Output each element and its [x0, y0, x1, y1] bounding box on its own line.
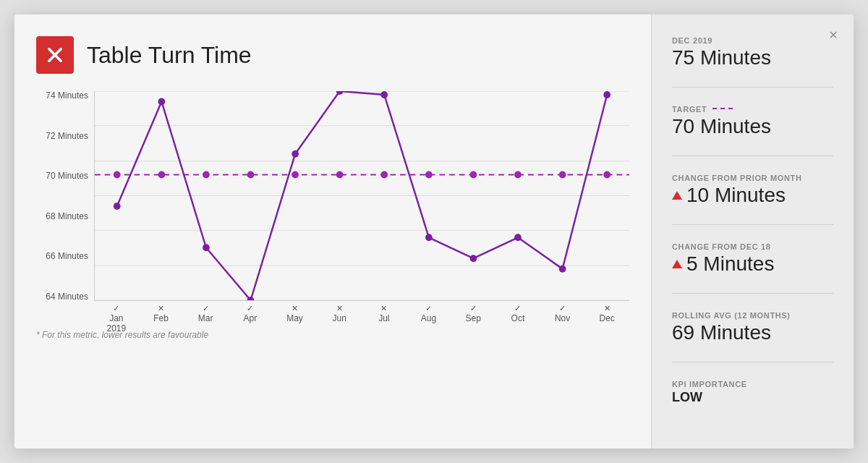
- x-label-aug: ✓ Aug: [407, 301, 451, 323]
- x-label-sep: ✓ Sep: [451, 301, 495, 323]
- svg-point-23: [158, 98, 166, 105]
- svg-point-33: [603, 91, 610, 98]
- svg-point-22: [114, 203, 121, 210]
- y-label-68: 68 Minutes: [46, 212, 88, 221]
- change-prior-label: CHANGE FROM PRIOR MONTH: [672, 174, 833, 182]
- close-button[interactable]: ×: [823, 25, 843, 45]
- kpi-stat: KPI IMPORTANCE LOW: [672, 380, 833, 405]
- kpi-label: KPI IMPORTANCE: [672, 380, 833, 388]
- y-label-74: 74 Minutes: [46, 91, 88, 100]
- x-label-oct: ✓ Oct: [495, 301, 540, 323]
- period-label: DEC 2019: [672, 36, 833, 45]
- x-label-jan: ✓ Jan 2019: [94, 301, 139, 323]
- svg-point-12: [203, 171, 210, 179]
- target-value: 70 Minutes: [672, 115, 833, 138]
- period-stat: DEC 2019 75 Minutes: [672, 36, 833, 69]
- x-label-mar: ✓ Mar: [183, 301, 228, 323]
- y-label-66: 66 Minutes: [46, 252, 88, 260]
- modal-container: × Table Turn Time 74 Minutes 72 Minutes …: [14, 14, 854, 449]
- svg-point-18: [470, 171, 477, 179]
- svg-point-29: [425, 234, 433, 241]
- triangle-up-icon: [672, 191, 682, 200]
- change-prior-value: 10 Minutes: [686, 184, 786, 207]
- svg-point-21: [603, 171, 610, 179]
- rolling-avg-value: 69 Minutes: [672, 321, 833, 344]
- target-row: TARGET: [672, 105, 833, 114]
- change-dec18-value: 5 Minutes: [686, 252, 774, 276]
- x-label-nov: ✓ Nov: [540, 301, 585, 323]
- change-prior-row: 10 Minutes: [672, 184, 833, 207]
- svg-point-20: [559, 171, 566, 179]
- target-stat: TARGET 70 Minutes: [672, 105, 833, 138]
- rolling-avg-stat: ROLLING AVG (12 MONTHS) 69 Minutes: [672, 311, 833, 344]
- sidebar-panel: DEC 2019 75 Minutes TARGET 70 Minutes CH…: [651, 14, 854, 449]
- target-label: TARGET: [672, 105, 707, 114]
- change-dec18-stat: CHANGE FROM DEC 18 5 Minutes: [672, 242, 833, 276]
- divider-5: [672, 362, 833, 362]
- svg-point-10: [114, 171, 121, 179]
- y-label-64: 64 Minutes: [46, 292, 88, 301]
- divider-2: [672, 156, 833, 156]
- x-label-jul: ✕ Jul: [362, 301, 407, 323]
- svg-point-19: [514, 171, 522, 179]
- main-panel: Table Turn Time 74 Minutes 72 Minutes 70…: [14, 14, 651, 449]
- kpi-value: LOW: [672, 390, 833, 405]
- x-label-dec: ✕ Dec: [584, 301, 629, 323]
- svg-point-28: [380, 91, 388, 98]
- svg-point-15: [336, 171, 344, 179]
- x-label-jun: ✕ Jun: [317, 301, 362, 323]
- rolling-avg-label: ROLLING AVG (12 MONTHS): [672, 311, 833, 320]
- y-label-70: 70 Minutes: [46, 171, 88, 180]
- svg-point-31: [514, 234, 522, 241]
- x-label-may: ✕ May: [273, 301, 318, 323]
- period-value: 75 Minutes: [672, 46, 833, 69]
- change-prior-stat: CHANGE FROM PRIOR MONTH 10 Minutes: [672, 174, 833, 207]
- divider-1: [672, 87, 833, 88]
- svg-point-13: [247, 171, 255, 179]
- x-label-apr: ✓ Apr: [228, 301, 273, 323]
- svg-point-24: [203, 244, 210, 251]
- svg-point-16: [380, 171, 388, 179]
- chart-container: 74 Minutes 72 Minutes 70 Minutes 68 Minu…: [36, 91, 629, 323]
- divider-3: [672, 224, 833, 225]
- svg-point-17: [425, 171, 433, 179]
- change-dec18-row: 5 Minutes: [672, 252, 833, 276]
- svg-point-32: [559, 266, 566, 273]
- x-label-feb: ✕ Feb: [139, 301, 184, 323]
- chart-plot: [94, 91, 629, 301]
- svg-point-11: [158, 171, 166, 179]
- svg-point-30: [470, 255, 477, 262]
- x-axis: ✓ Jan 2019 ✕ Feb ✓ Mar ✓ Apr: [94, 301, 629, 323]
- metric-icon: [36, 36, 74, 74]
- header: Table Turn Time: [36, 36, 629, 74]
- triangle-up-icon-2: [672, 260, 682, 268]
- page-title: Table Turn Time: [87, 42, 252, 69]
- y-label-72: 72 Minutes: [46, 132, 88, 140]
- svg-point-26: [292, 150, 299, 158]
- svg-point-14: [292, 171, 299, 179]
- divider-4: [672, 293, 833, 294]
- chart-area: 74 Minutes 72 Minutes 70 Minutes 68 Minu…: [36, 91, 629, 434]
- y-axis: 74 Minutes 72 Minutes 70 Minutes 68 Minu…: [36, 91, 94, 301]
- change-dec18-label: CHANGE FROM DEC 18: [672, 242, 833, 251]
- target-dashed-line-icon: [712, 108, 733, 109]
